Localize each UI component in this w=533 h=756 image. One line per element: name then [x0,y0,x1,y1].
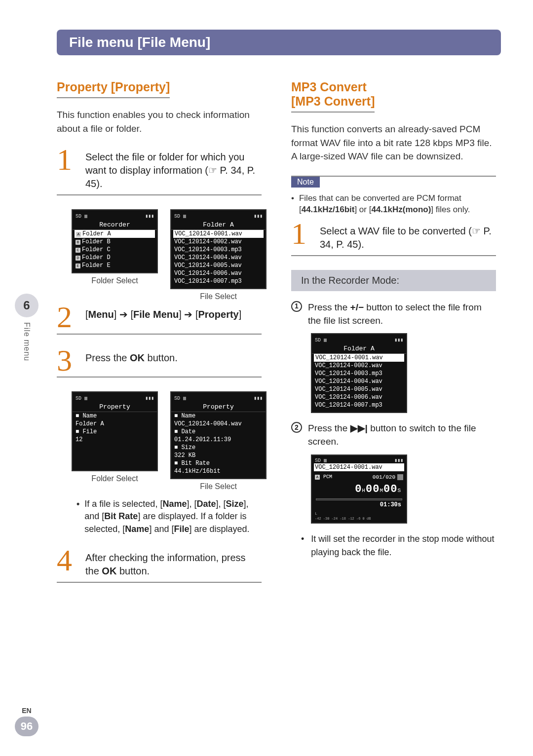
step-4: 4 After checking the information, press … [57,548,262,583]
stop-icon [397,474,403,480]
caption: Folder Select [72,276,158,285]
note-block: Note • Files that can be converted are P… [291,176,496,222]
step-1: 1 Select the file or folder for which yo… [57,148,262,195]
step-3: 3 Press the OK button. [57,348,262,378]
left-column: Property [Property] This function enable… [57,80,262,597]
caption: File Select [170,292,266,301]
step-number: 3 [57,348,76,373]
property-heading: Property [Property] [57,80,170,98]
bullet-icon: • [291,192,294,216]
property-bullet: • If a file is selected, [Name], [Date],… [76,498,262,535]
step-text: Select the file or folder for which you … [85,148,262,190]
step-text: [Menu] ➔ [File Menu] ➔ [Property] [85,305,241,330]
step-text: Select a WAV file to be converted (☞ P. … [320,222,496,251]
screenshots-row-2: SD ▥▮▮▮ Property ■ Name Folder A ■ File … [72,391,262,491]
note-label: Note [291,177,320,188]
step-number: 2 [57,305,76,330]
screenshot-property-folder: SD ▥▮▮▮ Property ■ Name Folder A ■ File … [72,391,158,471]
step-2: 2 [Menu] ➔ [File Menu] ➔ [Property] [57,305,262,335]
recorder-mode-bar: In the Recorder Mode: [291,270,496,291]
caption: File Select [170,482,266,491]
mp3-heading-2: [MP3 Convert] [291,94,375,113]
circle-number-icon: 2 [291,422,302,433]
mp3-heading-1: MP3 Convert [291,80,367,94]
property-intro: This function enables you to check infor… [57,108,262,135]
bullet-icon: • [76,498,79,535]
circle-number-icon: 1 [291,301,302,312]
screenshot-folder-select: SD ▥▮▮▮ Recorder AFolder A BFolder B CFo… [72,209,158,273]
caption: Folder Select [72,474,158,483]
screenshots-row-1: SD ▥▮▮▮ Recorder AFolder A BFolder B CFo… [72,209,262,301]
mp3-step-1: 1 Select a WAV file to be converted (☞ P… [291,222,496,256]
step-text: Press the OK button. [85,348,178,373]
bullet-icon: • [301,532,304,559]
screenshot-file-list: SD ▥▮▮▮ Folder A VOC_120124-0001.wav VOC… [311,333,407,413]
step-number: 1 [57,148,76,190]
right-column: MP3 Convert [MP3 Convert] This function … [291,80,496,597]
sub-step-2: 2 Press the ▶▶| button to switch to the … [291,422,496,448]
tail-bullet: • It will set the recorder in the stop m… [291,532,496,559]
step-number: 1 [291,222,311,251]
screenshot-property-file: SD ▥▮▮▮ Property ■ Name VOC_120124-0004.… [170,391,266,479]
mp3-intro: This function converts an already-saved … [291,122,496,163]
screenshot-file-select: SD ▥▮▮▮ Folder A VOC_120124-0001.wav VOC… [170,209,266,289]
screenshot-playback: SD ▥▮▮▮ VOC_120124-0001.wav A PCM 001/02… [311,454,407,524]
sub-step-1: 1 Press the +/− button to select the fil… [291,301,496,327]
step-number: 4 [57,548,76,578]
page-title: File menu [File Menu] [57,30,501,55]
step-text: After checking the information, press th… [85,548,262,578]
